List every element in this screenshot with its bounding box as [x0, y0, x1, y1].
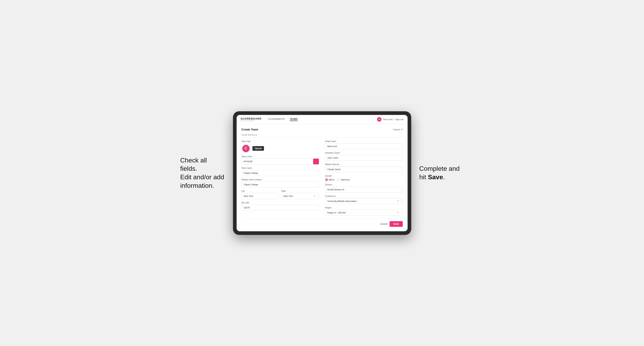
state-field: State New York ✕ ⌄ — [281, 190, 319, 199]
team-colour-field: Team colour — [242, 155, 319, 165]
gender-mens-option[interactable]: Mens — [325, 178, 334, 181]
annotation-line2: Edit and/or add — [180, 173, 224, 181]
head-coach-field: Head Coach — [325, 140, 403, 149]
head-coach-input[interactable] — [325, 143, 403, 149]
user-avatar: TU — [377, 117, 382, 122]
close-icon: ✕ — [401, 128, 403, 131]
team-name-label: Team name — [242, 167, 319, 169]
display-name-input[interactable] — [242, 181, 319, 187]
state-select[interactable]: New York — [281, 193, 319, 199]
logo-inner: C — [242, 145, 250, 152]
gender-label: Gender — [325, 175, 403, 177]
assistant-coach-field: Assistant Coach — [325, 152, 403, 161]
gender-row: Mens Womens — [325, 178, 403, 181]
head-coach-label: Head Coach — [325, 140, 403, 143]
gender-womens-label: Womens — [341, 178, 350, 181]
create-team-header: Create Team Cancel ✕ — [242, 128, 403, 131]
team-name-field: Team name — [242, 167, 319, 176]
page-wrapper: Check all fields. Edit and/or add inform… — [180, 111, 464, 235]
gender-field: Gender Mens Womens — [325, 175, 403, 181]
city-label: City — [242, 190, 279, 192]
logo-sub: Powered by clippd — [241, 120, 262, 121]
gender-womens-option[interactable]: Womens — [337, 178, 350, 181]
nav-links: TOURNAMENTS TEAMS — [268, 118, 371, 121]
region-label: Region — [325, 207, 403, 209]
colour-row — [242, 159, 319, 165]
annotation-line1: Check all fields. — [180, 157, 207, 173]
footer-save-button[interactable]: Save — [390, 221, 402, 227]
upload-button[interactable]: Upload — [252, 146, 264, 151]
athletic-director-label: Athletic Director — [325, 163, 403, 166]
colour-input[interactable] — [242, 159, 313, 165]
zip-input[interactable] — [242, 204, 319, 211]
division-label: Division — [325, 183, 403, 186]
left-annotation: Check all fields. Edit and/or add inform… — [180, 156, 225, 190]
content-area: Create Team Cancel ✕ TEAM DETAILS Team l… — [236, 124, 408, 231]
conference-label: Conference — [325, 195, 403, 197]
city-state-row: City State New York ✕ — [242, 190, 319, 199]
team-name-input[interactable] — [242, 170, 319, 176]
city-field: City — [242, 190, 279, 199]
tablet-frame: SCOREBOARD Powered by clippd TOURNAMENTS… — [233, 111, 411, 235]
state-select-wrap: New York ✕ ⌄ — [281, 193, 319, 199]
logo-row: C Upload — [242, 144, 319, 153]
athletic-director-field: Athletic Director — [325, 163, 403, 173]
gender-mens-radio[interactable] — [325, 178, 328, 181]
region-select-wrap: Region II - (M) DIII ✕ ⌄ — [325, 210, 403, 216]
display-name-label: Display name (unique) — [242, 178, 319, 181]
form-right: Head Coach Assistant Coach Athletic Dire… — [325, 140, 403, 216]
gender-womens-radio[interactable] — [337, 178, 340, 181]
zip-label: Zip code — [242, 201, 319, 204]
city-input[interactable] — [242, 193, 279, 199]
state-label: State — [281, 190, 319, 192]
cancel-label: Cancel — [393, 128, 400, 131]
user-initials: TU — [378, 118, 380, 120]
nav-tournaments[interactable]: TOURNAMENTS — [268, 118, 285, 121]
form-grid: Team logo C Upload — [242, 140, 403, 216]
athletic-director-input[interactable] — [325, 166, 403, 173]
annotation-line3: information. — [180, 182, 214, 189]
right-annotation: Complete andhit Save. — [419, 165, 464, 181]
logo-main: SCOREBOARD — [241, 117, 262, 120]
tablet-screen: SCOREBOARD Powered by clippd TOURNAMENTS… — [236, 115, 408, 231]
nav-bar: SCOREBOARD Powered by clippd TOURNAMENTS… — [236, 115, 408, 124]
nav-user-text: Test User | — [383, 118, 394, 121]
division-select-wrap: NCAA Division III ⌄ — [325, 186, 403, 193]
team-logo-label: Team logo — [242, 140, 319, 143]
signout-link[interactable]: Sign out — [395, 118, 403, 121]
logo-letter: C — [244, 146, 247, 151]
assistant-coach-input[interactable] — [325, 155, 403, 161]
nav-user-area: TU Test User | Sign out — [377, 117, 404, 122]
gender-mens-label: Mens — [329, 178, 334, 181]
create-team-title: Create Team — [242, 128, 258, 131]
conference-select-wrap: University Athletic Association ✕ ⌄ — [325, 198, 403, 204]
conference-field: Conference University Athletic Associati… — [325, 195, 403, 204]
nav-logo: SCOREBOARD Powered by clippd — [241, 117, 262, 121]
region-select[interactable]: Region II - (M) DIII — [325, 210, 403, 216]
logo-circle: C — [242, 144, 250, 153]
team-logo-field: Team logo C Upload — [242, 140, 319, 153]
cancel-x-button[interactable]: Cancel ✕ — [393, 128, 402, 131]
section-label: TEAM DETAILS — [242, 134, 403, 137]
nav-teams[interactable]: TEAMS — [290, 118, 298, 121]
division-select[interactable]: NCAA Division III — [325, 186, 403, 193]
assistant-coach-label: Assistant Coach — [325, 152, 403, 154]
form-left: Team logo C Upload — [242, 140, 319, 216]
right-annotation-line1: Complete andhit Save. — [419, 165, 460, 181]
colour-swatch[interactable] — [313, 159, 319, 165]
conference-select[interactable]: University Athletic Association — [325, 198, 403, 204]
footer-cancel-button[interactable]: Cancel — [380, 223, 388, 225]
team-colour-label: Team colour — [242, 155, 319, 158]
form-footer: Cancel Save — [242, 218, 403, 228]
region-field: Region Region II - (M) DIII ✕ ⌄ — [325, 207, 403, 216]
zip-field: Zip code — [242, 201, 319, 211]
division-field: Division NCAA Division III ⌄ — [325, 183, 403, 193]
display-name-field: Display name (unique) — [242, 178, 319, 187]
